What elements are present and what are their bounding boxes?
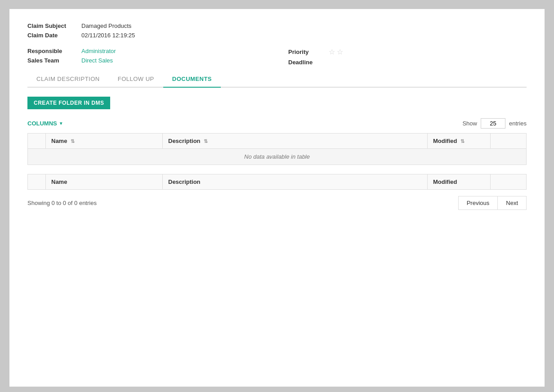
star-2[interactable]: ☆ xyxy=(337,48,343,56)
showing-text: Showing 0 to 0 of 0 entries xyxy=(27,200,97,206)
create-folder-button[interactable]: CREATE FOLDER IN DMS xyxy=(27,97,110,109)
claim-subject-row: Claim Subject Damaged Products xyxy=(27,22,527,29)
bottom-col-header-name[interactable]: Name xyxy=(46,174,163,190)
tab-claim-description[interactable]: CLAIM DESCRIPTION xyxy=(27,71,109,88)
meta-section: Claim Subject Damaged Products Claim Dat… xyxy=(27,22,527,39)
star-1[interactable]: ☆ xyxy=(329,48,335,56)
no-data-row: No data available in table xyxy=(28,149,527,165)
bottom-col-header-action xyxy=(491,174,527,190)
pagination-buttons: Previous Next xyxy=(458,196,527,210)
claim-date-label: Claim Date xyxy=(27,32,81,39)
bottom-col-header-description[interactable]: Description xyxy=(163,174,428,190)
claim-date-row: Claim Date 02/11/2016 12:19:25 xyxy=(27,32,527,39)
pagination-row: Showing 0 to 0 of 0 entries Previous Nex… xyxy=(27,196,527,210)
show-entries: Show 25 entries xyxy=(462,118,527,129)
tab-documents[interactable]: DOCUMENTS xyxy=(163,71,221,88)
columns-button[interactable]: COLUMNS ▼ xyxy=(27,120,63,127)
show-label: Show xyxy=(462,120,477,127)
bottom-table-wrapper: Name Description Modified Showing 0 to 0… xyxy=(27,174,527,210)
tab-follow-up[interactable]: FOLLOW UP xyxy=(109,71,163,88)
bottom-table-header-row: Name Description Modified xyxy=(28,174,527,190)
claim-subject-label: Claim Subject xyxy=(27,22,81,29)
col-header-description[interactable]: Description ⇅ xyxy=(163,134,428,149)
col-header-action xyxy=(491,134,527,149)
meta-left: Responsible Administrator Sales Team Dir… xyxy=(27,48,288,67)
previous-button[interactable]: Previous xyxy=(458,196,498,210)
meta-top: Responsible Administrator Sales Team Dir… xyxy=(27,48,527,67)
bottom-data-table: Name Description Modified xyxy=(27,174,527,190)
description-sort-icon[interactable]: ⇅ xyxy=(204,138,208,144)
bottom-col-header-check xyxy=(28,174,46,190)
sales-team-label: Sales Team xyxy=(27,57,81,64)
deadline-row: Deadline xyxy=(288,59,527,66)
col-header-check xyxy=(28,134,46,149)
entries-input[interactable]: 25 xyxy=(481,118,505,129)
priority-stars[interactable]: ☆ ☆ xyxy=(329,48,343,56)
sales-team-value[interactable]: Direct Sales xyxy=(81,57,113,64)
claim-subject-value: Damaged Products xyxy=(81,22,131,29)
col-header-modified[interactable]: Modified ⇅ xyxy=(428,134,491,149)
responsible-label: Responsible xyxy=(27,48,81,54)
columns-dropdown-icon: ▼ xyxy=(59,121,63,126)
name-sort-icon[interactable]: ⇅ xyxy=(71,138,75,144)
table-controls: COLUMNS ▼ Show 25 entries xyxy=(27,118,527,129)
tabs: CLAIM DESCRIPTION FOLLOW UP DOCUMENTS xyxy=(27,71,527,88)
page-wrapper: Claim Subject Damaged Products Claim Dat… xyxy=(9,9,545,387)
responsible-row: Responsible Administrator xyxy=(27,48,288,54)
table-header-row: Name ⇅ Description ⇅ Modified ⇅ xyxy=(28,134,527,149)
main-data-table: Name ⇅ Description ⇅ Modified ⇅ No data … xyxy=(27,133,527,165)
col-header-name[interactable]: Name ⇅ xyxy=(46,134,163,149)
deadline-label: Deadline xyxy=(288,59,324,66)
bottom-col-header-modified[interactable]: Modified xyxy=(428,174,491,190)
next-button[interactable]: Next xyxy=(498,196,527,210)
priority-row: Priority ☆ ☆ xyxy=(288,48,527,56)
entries-label: entries xyxy=(509,120,527,127)
sales-team-row: Sales Team Direct Sales xyxy=(27,57,288,64)
modified-sort-icon[interactable]: ⇅ xyxy=(460,138,465,144)
meta-right: Priority ☆ ☆ Deadline xyxy=(288,48,527,67)
claim-date-value: 02/11/2016 12:19:25 xyxy=(81,32,135,39)
responsible-value[interactable]: Administrator xyxy=(81,48,116,54)
no-data-cell: No data available in table xyxy=(28,149,527,165)
priority-label: Priority xyxy=(288,49,324,55)
